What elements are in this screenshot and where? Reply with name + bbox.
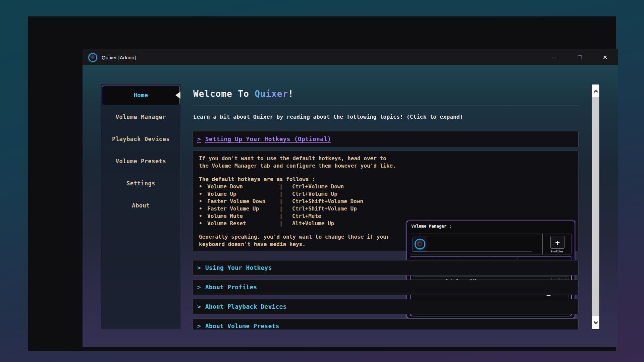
sidebar-item-playback-devices-label: Playback Devices	[112, 136, 170, 142]
maximize-button[interactable]: ❒	[567, 49, 592, 65]
sidebar-item-settings-label: Settings	[126, 180, 155, 187]
add-profile-button: +	[550, 236, 565, 249]
hotkey-separator: |	[279, 183, 292, 190]
sidebar-item-about[interactable]: About	[101, 194, 180, 217]
article-intro: If you don't want to use the default hot…	[199, 155, 409, 170]
bullet-icon: •	[199, 198, 207, 205]
page-subtitle: Learn a bit about Quixer by reading abou…	[193, 114, 463, 120]
section-setting-up-hotkeys-label: Setting Up Your Hotkeys (Optional)	[205, 136, 331, 142]
hotkey-separator: |	[279, 190, 292, 198]
section-about-profiles-link: >About Profiles	[197, 284, 257, 291]
hotkey-separator: |	[279, 198, 292, 205]
hotkey-row: •Volume Up|Ctrl+Volume Up	[199, 190, 409, 198]
section-setting-up-hotkeys-link: >Setting Up Your Hotkeys (Optional)	[197, 136, 331, 142]
sidebar-item-home-label: Home	[134, 92, 148, 99]
bullet-icon: •	[199, 190, 207, 198]
section-setting-up-hotkeys[interactable]: >Setting Up Your Hotkeys (Optional)	[193, 131, 579, 147]
sidebar: Home Volume Manager Playback Devices Vol…	[101, 84, 181, 329]
hotkey-row: •Volume Reset|Alt+Volume Up	[199, 220, 409, 227]
scrollbar[interactable]	[592, 84, 600, 329]
vm-profiles-bar: ▾ + Profiles	[410, 234, 572, 254]
hotkey-combo: Ctrl+Mute	[292, 213, 321, 220]
section-about-profiles[interactable]: >About Profiles	[193, 280, 579, 295]
article-outro: Generally speaking, you'd only want to c…	[199, 233, 409, 248]
sidebar-item-volume-presets[interactable]: Volume Presets	[101, 150, 180, 172]
hotkey-combo: Ctrl+Volume Up	[292, 190, 337, 198]
vm-profile-underline	[413, 251, 532, 252]
chevron-right-icon: >	[197, 284, 201, 291]
vm-title-divider	[410, 231, 572, 231]
profile-speaker-icon	[415, 239, 425, 249]
chevron-right-icon: >	[197, 136, 201, 142]
window-frame: Quixer [Admin] — ❒ ✕ Home Volume Manager…	[28, 16, 616, 351]
page-title-prefix: Welcome To	[193, 89, 255, 99]
minimize-button[interactable]: —	[541, 49, 567, 65]
sidebar-item-home[interactable]: Home	[102, 85, 180, 105]
chevron-right-icon: >	[197, 323, 201, 329]
hotkey-combo: Alt+Volume Up	[292, 220, 334, 227]
hotkeys-article: If you don't want to use the default hot…	[193, 150, 579, 251]
hotkey-row: •Faster Volume Up|Ctrl+Shift+Volume Up	[199, 205, 409, 213]
section-about-volume-presets-link: >About Volume Presets	[197, 323, 279, 329]
active-nav-arrow-icon	[175, 92, 180, 99]
vm-profiles-divider	[542, 234, 543, 254]
sidebar-item-playback-devices[interactable]: Playback Devices	[101, 128, 180, 150]
hotkey-row: •Volume Down|Ctrl+Volume Down	[199, 183, 409, 190]
page-title-brand: Quixer	[255, 89, 288, 99]
hotkey-action: Faster Volume Up	[207, 205, 279, 213]
hotkey-action: Faster Volume Down	[207, 198, 279, 205]
page-title-suffix: !	[288, 89, 294, 99]
heading-divider	[193, 106, 579, 106]
hotkeys-article-text: If you don't want to use the default hot…	[199, 155, 409, 248]
vm-profile-tile: ▾	[413, 237, 427, 251]
hotkey-row: •Volume Mute|Ctrl+Mute	[199, 213, 409, 220]
scroll-down-button[interactable]	[592, 316, 599, 329]
section-about-playback-devices-link: >About Playback Devices	[197, 303, 287, 310]
hotkey-separator: |	[279, 220, 292, 227]
close-button[interactable]: ✕	[592, 49, 618, 65]
section-using-your-hotkeys-label: Using Your Hotkeys	[205, 264, 272, 271]
article-list-title: The default hotkeys are as follows :	[199, 176, 409, 183]
sidebar-item-settings[interactable]: Settings	[101, 172, 180, 194]
window-controls: — ❒ ✕	[541, 49, 618, 65]
hotkey-action: Volume Down	[207, 183, 279, 190]
sidebar-item-volume-manager-label: Volume Manager	[116, 114, 166, 120]
scroll-up-icon	[594, 89, 598, 94]
scroll-down-icon	[594, 320, 598, 324]
bullet-icon: •	[199, 220, 207, 227]
profiles-caption: Profiles	[547, 250, 567, 253]
hotkey-combo: Ctrl+Shift+Volume Down	[292, 198, 363, 205]
titlebar: Quixer [Admin] — ❒ ✕	[83, 49, 618, 65]
hotkey-action: Volume Mute	[207, 213, 279, 220]
section-about-playback-devices[interactable]: >About Playback Devices	[193, 299, 579, 314]
scrollbar-thumb[interactable]	[592, 97, 599, 316]
sidebar-item-about-label: About	[132, 202, 150, 209]
window-title: Quixer [Admin]	[102, 55, 136, 60]
chevron-right-icon: >	[197, 264, 201, 271]
hotkey-row: •Faster Volume Down|Ctrl+Shift+Volume Do…	[199, 198, 409, 205]
page-title: Welcome To Quixer!	[193, 89, 294, 99]
section-using-your-hotkeys-link: >Using Your Hotkeys	[197, 264, 272, 271]
hotkey-separator: |	[279, 205, 292, 213]
chevron-right-icon: >	[197, 303, 201, 310]
section-using-your-hotkeys[interactable]: >Using Your Hotkeys	[193, 260, 579, 276]
main-content: Welcome To Quixer! Learn a bit about Qui…	[193, 84, 579, 329]
section-about-playback-devices-label: About Playback Devices	[205, 303, 287, 310]
scroll-up-button[interactable]	[592, 84, 599, 97]
vm-screenshot-title: Volume Manager :	[411, 224, 451, 229]
bullet-icon: •	[199, 205, 207, 213]
section-about-volume-presets-label: About Volume Presets	[205, 323, 279, 329]
section-about-volume-presets[interactable]: >About Volume Presets	[193, 318, 579, 329]
caret-down-icon: ▾	[419, 235, 421, 238]
hotkey-action: Volume Up	[207, 190, 279, 198]
hotkey-combo: Ctrl+Shift+Volume Up	[292, 205, 357, 213]
hotkey-separator: |	[279, 213, 292, 220]
hotkey-combo: Ctrl+Volume Down	[292, 183, 344, 190]
app-logo-icon	[88, 53, 97, 62]
bullet-icon: •	[199, 183, 207, 190]
app-window: Quixer [Admin] — ❒ ✕ Home Volume Manager…	[83, 49, 618, 347]
sidebar-item-volume-manager[interactable]: Volume Manager	[101, 106, 180, 128]
sidebar-item-volume-presets-label: Volume Presets	[116, 158, 166, 165]
section-about-profiles-label: About Profiles	[205, 284, 257, 291]
hotkey-action: Volume Reset	[207, 220, 279, 227]
